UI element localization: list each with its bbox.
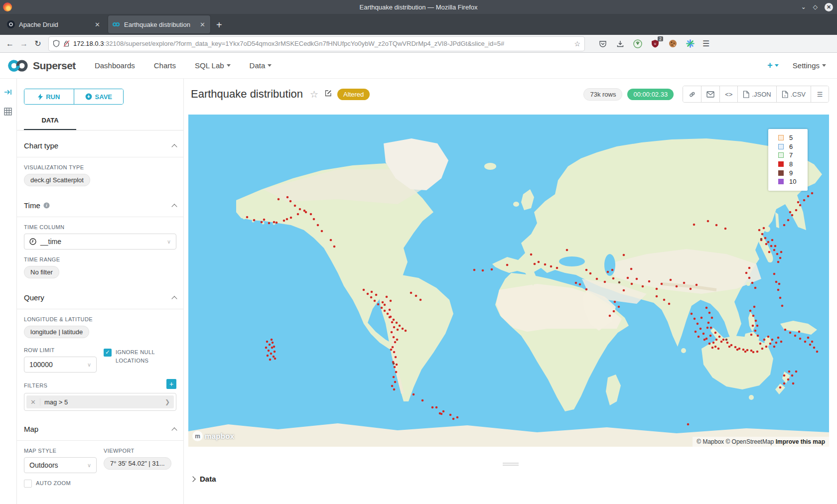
legend-item[interactable]: 8: [778, 160, 808, 169]
window-maximize-button[interactable]: ◇: [813, 3, 818, 10]
quake-dot: [449, 414, 452, 416]
quake-dot: [771, 339, 774, 341]
tab-data[interactable]: DATA: [24, 113, 76, 130]
checkbox-unchecked-icon[interactable]: [24, 480, 32, 488]
dataset-grid-icon[interactable]: [4, 108, 16, 118]
expand-panel-icon[interactable]: [4, 89, 16, 98]
new-tab-button[interactable]: +: [216, 19, 222, 31]
viz-type-value[interactable]: deck.gl Scatterplot: [24, 174, 90, 186]
export-csv-button[interactable]: x .CSV: [776, 86, 811, 102]
data-collapse-row[interactable]: Data: [184, 475, 837, 483]
section-query[interactable]: Query: [24, 278, 176, 309]
forward-button[interactable]: →: [17, 39, 31, 48]
nav-data[interactable]: Data: [250, 61, 272, 70]
asterisk-extension-icon[interactable]: [686, 39, 695, 48]
ublock-extension-icon[interactable]: u2: [651, 39, 660, 48]
quake-dot: [750, 334, 753, 336]
section-chart-type[interactable]: Chart type: [24, 130, 176, 157]
downloads-icon[interactable]: [616, 39, 625, 48]
svg-text:x: x: [784, 94, 786, 97]
quake-dot: [263, 219, 266, 221]
add-filter-button[interactable]: +: [166, 379, 176, 389]
favorite-star-icon[interactable]: ☆: [310, 89, 318, 100]
quake-dot: [807, 337, 810, 339]
tab-earthquake-distribution[interactable]: Earthquake distribution ✕: [108, 15, 210, 33]
reload-button[interactable]: ↻: [31, 39, 45, 48]
legend-item[interactable]: 10: [778, 177, 808, 186]
legend-item[interactable]: 5: [778, 133, 808, 142]
quake-dot: [754, 330, 757, 332]
legend-label: 7: [789, 151, 793, 159]
row-limit-label: ROW LIMIT: [24, 347, 97, 353]
embed-code-button[interactable]: <>: [719, 86, 737, 102]
section-map[interactable]: Map: [24, 411, 176, 440]
tab-close-icon[interactable]: ✕: [94, 21, 101, 28]
section-time[interactable]: Time i: [24, 186, 176, 217]
window-minimize-button[interactable]: ⌄: [801, 3, 806, 10]
ignore-null-checkbox[interactable]: ✓ IGNORE NULLLOCATIONS: [104, 348, 176, 365]
remove-filter-icon[interactable]: ✕: [26, 398, 40, 406]
viewport-value[interactable]: 7° 35' 54.02" | 31...: [104, 457, 171, 470]
expand-filter-icon[interactable]: ❯: [161, 398, 174, 405]
insecure-lock-icon[interactable]: [63, 40, 70, 47]
quake-dot: [389, 309, 391, 311]
cookie-extension-icon[interactable]: [668, 39, 677, 48]
time-column-select[interactable]: __time ∨: [24, 234, 176, 250]
filter-text: mag > 5: [44, 398, 68, 406]
edit-title-icon[interactable]: [324, 89, 332, 99]
nav-dashboards[interactable]: Dashboards: [95, 61, 135, 70]
email-button[interactable]: [701, 86, 719, 102]
map-attribution[interactable]: © Mapbox © OpenStreetMap Improve this ma…: [693, 437, 829, 447]
quake-dot: [439, 412, 441, 415]
nav-sql-lab[interactable]: SQL Lab: [195, 61, 231, 70]
checkbox-checked-icon[interactable]: ✓: [104, 349, 112, 357]
bookmark-star-icon[interactable]: ☆: [574, 40, 580, 48]
quake-dot: [317, 224, 319, 227]
viz-type-label: VISUALIZATION TYPE: [24, 164, 176, 170]
quake-dot: [803, 199, 806, 202]
filters-label: FILTERS: [24, 382, 47, 388]
improve-map-link[interactable]: Improve this map: [776, 438, 825, 445]
mapbox-logo[interactable]: m mapbox: [192, 431, 234, 441]
filter-chip[interactable]: ✕ mag > 5 ❯: [26, 395, 174, 408]
url-bar[interactable]: 172.18.0.3:32108/superset/explore/?form_…: [49, 37, 584, 51]
quake-dot: [781, 305, 784, 307]
panel-drag-handle[interactable]: [503, 463, 519, 466]
map-canvas[interactable]: 5678910 m mapbox © Mapbox © OpenStreetMa…: [188, 115, 829, 447]
back-button[interactable]: ←: [3, 39, 17, 48]
window-close-button[interactable]: ✕: [825, 3, 833, 11]
legend-item[interactable]: 9: [778, 168, 808, 177]
tab-close-icon[interactable]: ✕: [199, 21, 206, 28]
export-json-button[interactable]: .JSON: [737, 86, 776, 102]
quake-dot: [752, 351, 755, 354]
ghostery-extension-icon[interactable]: [633, 39, 642, 48]
quake-dot: [636, 278, 638, 280]
quake-dot: [321, 230, 323, 233]
legend-item[interactable]: 7: [778, 151, 808, 160]
shield-icon[interactable]: [53, 40, 60, 47]
row-limit-select[interactable]: 100000 ∨: [24, 357, 97, 373]
lonlat-value[interactable]: longitude | latitude: [24, 326, 89, 338]
legend-item[interactable]: 6: [778, 142, 808, 151]
chevron-up-icon: [171, 204, 177, 209]
chart-menu-button[interactable]: ☰: [811, 86, 829, 102]
save-button[interactable]: SAVE: [74, 89, 124, 104]
legend-label: 9: [789, 169, 793, 177]
pocket-icon[interactable]: [598, 39, 607, 48]
new-item-button[interactable]: +: [767, 60, 779, 71]
superset-logo[interactable]: Superset: [7, 59, 76, 72]
quake-dot: [310, 213, 312, 216]
run-button[interactable]: RUN: [24, 89, 74, 104]
settings-menu[interactable]: Settings: [793, 61, 826, 70]
quake-dot: [783, 382, 786, 385]
nav-charts[interactable]: Charts: [154, 61, 176, 70]
section-point-size[interactable]: Point Size: [24, 488, 176, 504]
quake-dot: [703, 339, 706, 341]
menu-icon[interactable]: ☰: [702, 39, 709, 48]
copy-link-button[interactable]: [683, 86, 701, 102]
quake-dot: [399, 325, 401, 327]
time-range-value[interactable]: No filter: [24, 266, 59, 278]
map-style-select[interactable]: Outdoors ∨: [24, 457, 97, 473]
auto-zoom-checkbox[interactable]: AUTO ZOOM: [24, 479, 97, 488]
tab-apache-druid[interactable]: Apache Druid ✕: [3, 15, 105, 33]
